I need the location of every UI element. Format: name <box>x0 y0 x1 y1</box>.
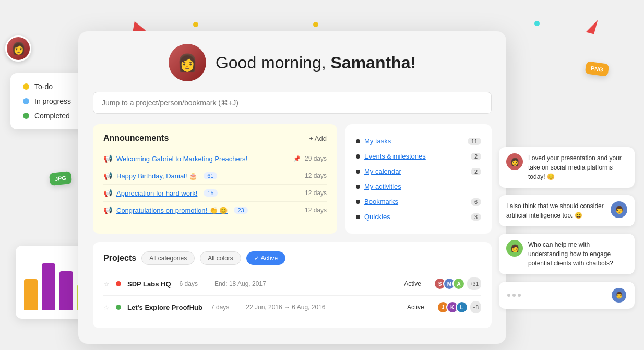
projects-title: Projects <box>103 254 136 263</box>
filter-all-categories[interactable]: All categories <box>141 251 195 265</box>
project-days-2: 7 days <box>211 304 229 311</box>
project-avatars-1: S M A +31 <box>434 277 481 290</box>
task-item-6: Quickies 3 <box>356 209 481 224</box>
task-dot-3 <box>356 170 360 174</box>
task-item-1: My tasks 11 <box>356 134 481 149</box>
file-png-icon: PNG <box>585 61 610 77</box>
decorative-triangle-right <box>586 18 598 34</box>
project-status-text-1: Active <box>404 280 421 287</box>
my-activities-link[interactable]: My activities <box>364 183 401 190</box>
chat-avatar-2: 👨 <box>611 201 627 218</box>
chat-panel: 👩 Loved your presentation and your take … <box>499 147 635 309</box>
project-days-1: 6 days <box>180 280 198 287</box>
chat-text-2: I also think that we should consider art… <box>506 201 605 220</box>
inprogress-dot <box>23 98 29 104</box>
chat-message-3: 👩 Who can help me with understanding how… <box>499 234 635 274</box>
filter-active[interactable]: ✓ Active <box>246 251 285 265</box>
task-item-3: My calendar 2 <box>356 164 481 179</box>
add-announcement-button[interactable]: + Add <box>309 135 327 142</box>
my-tasks-link[interactable]: My tasks <box>364 137 391 145</box>
search-input[interactable] <box>93 92 492 114</box>
quickies-link[interactable]: Quickies <box>364 213 390 221</box>
project-row-1: ☆ SDP Labs HQ 6 days End: 18 Aug, 2017 A… <box>103 272 481 296</box>
announcement-row-3: 📢 Appreciation for hard work! 15 12 days <box>103 185 327 202</box>
pin-icon-1: 📌 <box>293 155 301 162</box>
megaphone-icon-4: 📢 <box>103 206 112 214</box>
ann-badge-4: 23 <box>234 207 247 214</box>
task-dot-6 <box>356 215 360 219</box>
announcement-row-1: 📢 Welcoming Gabriel to Marketing Preache… <box>103 150 327 167</box>
file-jpg-icon: JPG <box>49 171 72 186</box>
decorative-dot-teal <box>534 21 540 26</box>
typing-dot-1 <box>507 294 510 297</box>
ann-badge-2: 61 <box>204 172 217 179</box>
avatar-sm-2c: L <box>456 301 468 313</box>
announcements-header: Announcements + Add <box>103 134 327 143</box>
task-item-5: Bookmarks 6 <box>356 194 481 209</box>
content-grid: Announcements + Add 📢 Welcoming Gabriel … <box>93 124 492 328</box>
typing-avatar: 👨 <box>612 288 626 303</box>
events-milestones-link[interactable]: Events & milestones <box>364 152 426 160</box>
ann-time-4: 12 days <box>305 207 327 214</box>
bar-3 <box>59 271 73 310</box>
greeting-text: Good morning, Samantha! <box>216 53 416 73</box>
user-avatar-main: 👩 <box>169 44 206 81</box>
greeting-section: 👩 Good morning, Samantha! <box>93 44 492 81</box>
task-item-4: My activities <box>356 179 481 194</box>
megaphone-icon-3: 📢 <box>103 189 112 197</box>
announcement-row-4: 📢 Congratulations on promotion! 👏 😊 23 1… <box>103 202 327 219</box>
ann-time-2: 12 days <box>305 172 327 179</box>
filter-all-colors[interactable]: All colors <box>200 251 241 265</box>
project-name-1: SDP Labs HQ <box>127 280 171 288</box>
announcement-link-3[interactable]: Appreciation for hard work! <box>116 189 197 197</box>
main-browser-window: 👩 Good morning, Samantha! Announcements … <box>78 31 506 344</box>
project-status-text-2: Active <box>407 304 424 311</box>
user-avatar-topleft[interactable]: 👩 <box>5 35 31 62</box>
task-dot-4 <box>356 185 360 189</box>
task-dot-5 <box>356 200 360 204</box>
todo-label: To-do <box>34 82 53 91</box>
avatar-count-1: +31 <box>467 277 481 290</box>
tasks-count-5: 6 <box>471 198 481 206</box>
bar-2 <box>42 263 55 310</box>
projects-card: Projects All categories All colors ✓ Act… <box>93 242 492 328</box>
tasks-count-2: 2 <box>471 153 481 160</box>
chat-avatar-3: 👩 <box>506 240 523 257</box>
megaphone-icon-1: 📢 <box>103 154 112 163</box>
star-icon-2[interactable]: ☆ <box>103 304 110 311</box>
announcement-link-4[interactable]: Congratulations on promotion! 👏 😊 <box>116 207 228 214</box>
my-calendar-link[interactable]: My calendar <box>364 167 401 175</box>
tasks-count-3: 2 <box>471 168 481 175</box>
star-icon-1[interactable]: ☆ <box>103 280 110 288</box>
completed-label: Completed <box>34 112 70 120</box>
typing-dot-2 <box>512 294 516 297</box>
project-avatars-2: J K L +8 <box>437 301 481 313</box>
announcements-title: Announcements <box>103 134 169 143</box>
project-status-dot-2 <box>116 305 121 310</box>
ann-badge-3: 15 <box>204 189 217 197</box>
task-item-2: Events & milestones 2 <box>356 149 481 164</box>
avatar-count-2: +8 <box>470 301 481 313</box>
greeting-name: Samantha! <box>330 53 416 72</box>
chat-avatar-1: 👩 <box>506 153 523 170</box>
typing-bubble: 👨 <box>499 282 635 309</box>
inprogress-label: In progress <box>34 97 71 105</box>
bookmarks-link[interactable]: Bookmarks <box>364 198 398 206</box>
completed-dot <box>23 113 29 119</box>
tasks-panel: My tasks 11 Events & milestones 2 My cal… <box>345 124 492 234</box>
project-name-2: Let's Explore ProofHub <box>127 304 202 311</box>
decorative-dot-yellow1 <box>193 22 198 27</box>
project-dates-2: 22 Jun, 2016 → 6 Aug, 2016 <box>246 304 401 311</box>
task-dot-2 <box>356 154 360 159</box>
chat-text-3: Who can help me with understanding how t… <box>528 240 627 268</box>
ann-time-1: 29 days <box>305 155 327 162</box>
announcements-card: Announcements + Add 📢 Welcoming Gabriel … <box>93 124 337 234</box>
task-dot-1 <box>356 139 360 143</box>
typing-dots <box>507 294 521 297</box>
announcement-row-2: 📢 Happy Birthday, Danial! 🎂 61 12 days <box>103 167 327 185</box>
announcement-link-1[interactable]: Welcoming Gabriel to Marketing Preachers… <box>116 155 247 163</box>
bar-1 <box>24 279 38 310</box>
chat-message-2: 👨 I also think that we should consider a… <box>499 195 635 226</box>
announcement-link-2[interactable]: Happy Birthday, Danial! 🎂 <box>116 172 197 180</box>
project-dates-1: End: 18 Aug, 2017 <box>214 280 398 287</box>
